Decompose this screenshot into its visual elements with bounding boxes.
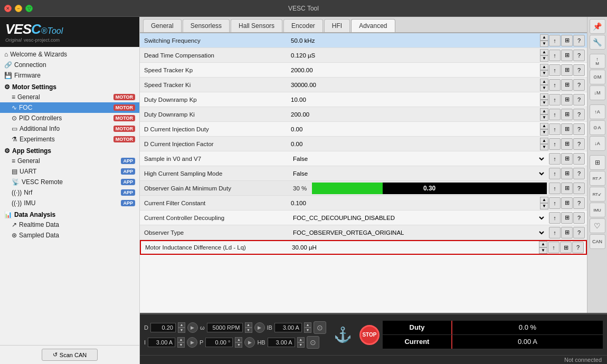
param-value[interactable] [289, 243, 539, 252]
i-input[interactable] [148, 338, 175, 347]
info-btn[interactable]: ? [572, 242, 584, 253]
anchor-icon[interactable]: ⚓ [334, 326, 352, 343]
upload-btn[interactable]: ↑ [549, 197, 561, 209]
maximize-button[interactable]: ▽ [25, 5, 33, 12]
info-btn[interactable]: ? [573, 79, 585, 91]
spin-down[interactable]: ▼ [540, 144, 548, 150]
copy-btn[interactable]: ⊞ [561, 123, 573, 135]
tab-general[interactable]: General [143, 19, 182, 32]
pin-button[interactable]: 📌 [590, 19, 605, 34]
param-input[interactable] [292, 244, 536, 251]
sidebar-item-experiments[interactable]: ⚗ Experiments MOTOR [0, 134, 139, 145]
info-btn[interactable]: ? [573, 227, 585, 238]
gain-bar[interactable]: 0.30 [312, 183, 547, 194]
spin-up[interactable]: ▲ [540, 138, 548, 144]
param-value[interactable]: FOC_OBSERVER_ORTEGA_ORIGINAL [288, 228, 549, 237]
copy-btn[interactable]: ⊞ [561, 212, 573, 224]
param-value[interactable] [288, 199, 540, 207]
spin-up[interactable]: ▲ [540, 93, 548, 100]
imu-button[interactable]: IMU [590, 203, 605, 217]
param-input[interactable] [291, 82, 537, 88]
spin-up[interactable]: ▲ [540, 64, 548, 70]
spin-down[interactable]: ▼ [540, 129, 548, 136]
unpin-button[interactable]: 🔧 [590, 35, 605, 50]
d-spin-down[interactable]: ▼ [178, 328, 185, 333]
hb-icon-btn[interactable]: ⊙ [307, 336, 319, 349]
param-value[interactable] [288, 140, 540, 148]
param-spinner[interactable]: ▲ ▼ [540, 64, 548, 76]
upload-btn[interactable]: ↑ [549, 79, 561, 91]
upload-btn[interactable]: ↑ [549, 109, 561, 120]
ib-icon-btn[interactable]: ⊙ [314, 321, 326, 334]
close-button[interactable]: ✕ [4, 5, 12, 12]
p-spin-up[interactable]: ▲ [235, 337, 242, 342]
param-spinner[interactable]: ▲ ▼ [540, 197, 548, 209]
spin-up[interactable]: ▲ [539, 241, 547, 247]
sidebar-item-general-motor[interactable]: ≡ General MOTOR [0, 92, 139, 102]
info-btn[interactable]: ? [573, 183, 585, 194]
param-value[interactable] [288, 81, 540, 89]
omega-play-btn[interactable]: ▶ [254, 322, 265, 333]
stop-button[interactable]: STOP [359, 325, 380, 345]
copy-btn[interactable]: ⊞ [561, 168, 573, 179]
copy-btn[interactable]: ⊞ [561, 50, 573, 61]
spin-up[interactable]: ▲ [540, 197, 548, 203]
upload-btn[interactable]: ↑ [549, 94, 561, 106]
rt2-button[interactable]: RT↙ [590, 187, 605, 202]
info-btn[interactable]: ? [573, 138, 585, 150]
param-input[interactable] [291, 126, 537, 132]
upload-btn[interactable]: ↑ [549, 35, 561, 46]
ca-button[interactable]: ⊙A [590, 120, 605, 135]
upload-btn[interactable]: ↑ [549, 153, 561, 165]
info-btn[interactable]: ? [573, 50, 585, 61]
ib-spin-up[interactable]: ▲ [304, 322, 311, 328]
copy-btn[interactable]: ⊞ [561, 79, 573, 91]
copy-btn[interactable]: ⊞ [561, 64, 573, 76]
window-controls[interactable]: ✕ − ▽ [4, 5, 33, 12]
ta-button[interactable]: ↑A [590, 104, 605, 119]
omega-spin-down[interactable]: ▼ [245, 328, 252, 333]
d-spinner[interactable]: ▲ ▼ [178, 322, 185, 333]
copy-btn[interactable]: ⊞ [561, 109, 573, 120]
info-btn[interactable]: ? [573, 123, 585, 135]
param-input[interactable] [291, 200, 537, 206]
hb-spin-up[interactable]: ▲ [297, 337, 305, 342]
p-spin-down[interactable]: ▼ [235, 342, 242, 348]
i-spinner[interactable]: ▲ ▼ [177, 337, 185, 348]
param-value[interactable] [288, 66, 540, 74]
ib-spin-down[interactable]: ▼ [304, 328, 311, 333]
spin-down[interactable]: ▼ [540, 114, 548, 121]
scan-can-button[interactable]: ↺ Scan CAN [42, 349, 98, 361]
upload-btn[interactable]: ↑ [549, 183, 561, 194]
param-spinner[interactable]: ▲ ▼ [540, 49, 548, 62]
i-spin-down[interactable]: ▼ [177, 342, 185, 348]
spin-up[interactable]: ▲ [540, 79, 548, 85]
spin-down[interactable]: ▼ [540, 70, 548, 76]
param-select[interactable]: FOC_CC_DECOUPLING_DISABLED [291, 214, 546, 222]
upload-btn[interactable]: ↑ [548, 242, 559, 253]
param-value[interactable]: False True [288, 154, 549, 164]
sidebar-item-general-app[interactable]: ≡ General APP [0, 156, 139, 166]
param-spinner[interactable]: ▲ ▼ [540, 93, 548, 106]
heart-button[interactable]: ♡ [590, 218, 605, 233]
copy-btn[interactable]: ⊞ [561, 35, 573, 46]
spin-up[interactable]: ▲ [540, 123, 548, 129]
param-select[interactable]: False True [291, 170, 546, 177]
param-value[interactable] [288, 110, 540, 119]
sidebar-item-pid[interactable]: ⊙ PID Controllers MOTOR [0, 113, 139, 123]
ta2-button[interactable]: ↓A [590, 136, 605, 151]
minimize-button[interactable]: − [15, 5, 22, 12]
omega-spinner[interactable]: ▲ ▼ [245, 322, 252, 333]
param-input[interactable] [291, 97, 537, 103]
spin-down[interactable]: ▼ [540, 203, 548, 209]
d-play-btn[interactable]: ▶ [187, 322, 198, 333]
param-value[interactable]: FOC_CC_DECOUPLING_DISABLED [288, 213, 549, 223]
t1m-button[interactable]: ↑M [590, 54, 605, 69]
spin-up[interactable]: ▲ [540, 108, 548, 114]
copy-btn[interactable]: ⊞ [561, 94, 573, 106]
spin-up[interactable]: ▲ [540, 49, 548, 55]
spin-down[interactable]: ▼ [540, 41, 548, 47]
omega-input[interactable] [207, 323, 243, 332]
sidebar-item-additional-info[interactable]: ▭ Additional Info MOTOR [0, 123, 139, 134]
param-spinner[interactable]: ▲ ▼ [540, 34, 548, 47]
